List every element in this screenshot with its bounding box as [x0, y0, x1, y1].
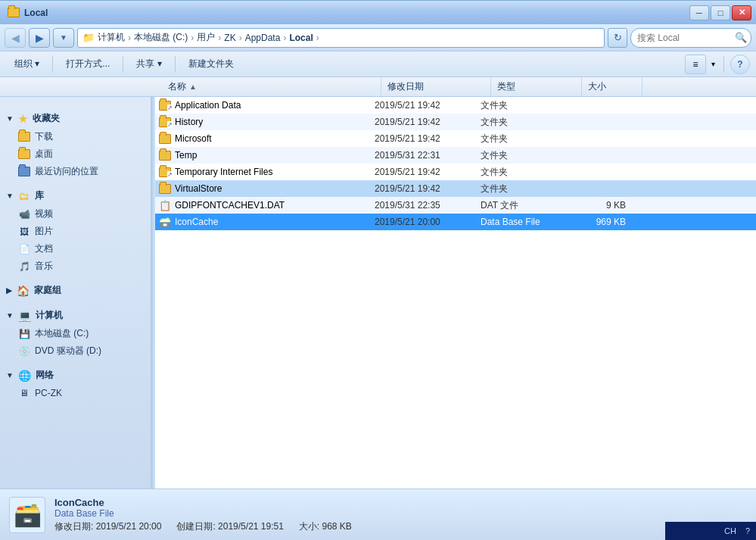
status-size: 大小: 968 KB [299, 520, 352, 533]
organize-button[interactable]: 组织 ▾ [6, 55, 48, 74]
col-header-name[interactable]: 名称 ▲ [162, 77, 381, 96]
search-input[interactable] [630, 28, 751, 48]
sidebar-item-label: 本地磁盘 (C:) [35, 327, 89, 340]
path-segment[interactable]: Local [289, 33, 313, 43]
file-name: Temp [175, 150, 197, 161]
path-sep: › [191, 33, 194, 43]
folder-icon [158, 132, 172, 145]
path-segment[interactable]: 用户 [197, 31, 215, 44]
sidebar-computer-header[interactable]: ▼ 💻 计算机 [0, 306, 151, 325]
sidebar-section-computer: ▼ 💻 计算机 💾 本地磁盘 (C:) 💿 DVD 驱动器 (D:) [0, 306, 151, 360]
sort-chevron-name: ▲ [189, 83, 197, 91]
sidebar-section-libraries: ▼ 🗂 库 📹 视频 🖼 图片 📄 文档 🎵 [0, 186, 151, 275]
sidebar-favorites-label: 收藏夹 [33, 112, 60, 125]
path-segment[interactable]: 计算机 [98, 31, 125, 44]
forward-button[interactable]: ▶ [29, 28, 50, 48]
folder-link-icon [158, 98, 172, 112]
share-button[interactable]: 共享 ▾ [128, 55, 170, 74]
sidebar-homegroup-label: 家庭组 [34, 284, 61, 297]
close-button[interactable]: ✕ [732, 5, 751, 20]
toolbar-sep [52, 56, 53, 73]
dvd-icon: 💿 [18, 345, 30, 357]
table-row[interactable]: History 2019/5/21 19:42 文件夹 [155, 114, 756, 130]
table-row[interactable]: 🗃️ IconCache 2019/5/21 20:00 Data Base F… [155, 214, 756, 230]
file-name-col: History [158, 115, 375, 129]
folder-link-icon [158, 115, 172, 129]
libraries-icon: 🗂 [18, 190, 30, 202]
sidebar-item-label: PC-ZK [35, 388, 62, 398]
folder-download-icon [18, 131, 30, 143]
chevron-down-icon: ▼ [6, 114, 14, 123]
address-path[interactable]: 📁 计算机 › 本地磁盘 (C:) › 用户 › ZK › AppData › … [77, 28, 605, 48]
sidebar-libraries-header[interactable]: ▼ 🗂 库 [0, 186, 151, 205]
view-button[interactable]: ≡ [685, 55, 706, 74]
sidebar-item-pc-zk[interactable]: 🖥 PC-ZK [0, 385, 151, 401]
tray-help: ? [742, 525, 753, 537]
recent-button[interactable]: ▼ [53, 28, 74, 48]
file-name-col: Temporary Internet Files [158, 165, 375, 179]
col-header-size[interactable]: 大小 [582, 77, 642, 96]
sidebar-item-pictures[interactable]: 🖼 图片 [0, 223, 151, 240]
col-header-date[interactable]: 修改日期 [381, 77, 491, 96]
file-name-col: Application Data [158, 98, 375, 112]
table-row[interactable]: Temporary Internet Files 2019/5/21 19:42… [155, 164, 756, 180]
sidebar-item-local-disk[interactable]: 💾 本地磁盘 (C:) [0, 325, 151, 342]
refresh-button[interactable]: ↻ [608, 28, 627, 48]
sidebar-item-video[interactable]: 📹 视频 [0, 205, 151, 223]
address-bar: ◀ ▶ ▼ 📁 计算机 › 本地磁盘 (C:) › 用户 › ZK › AppD… [0, 24, 756, 52]
status-meta: 修改日期: 2019/5/21 20:00 创建日期: 2019/5/21 19… [54, 520, 747, 533]
search-container: 🔍 [630, 28, 751, 48]
file-name: GDIPFONTCACHEV1.DAT [175, 200, 285, 211]
sidebar-item-music[interactable]: 🎵 音乐 [0, 258, 151, 275]
toolbar-sep [123, 56, 123, 73]
file-type: 文件夹 [481, 116, 571, 129]
sidebar-item-dvd[interactable]: 💿 DVD 驱动器 (D:) [0, 342, 151, 360]
sidebar-item-documents[interactable]: 📄 文档 [0, 240, 151, 258]
new-folder-button[interactable]: 新建文件夹 [180, 55, 242, 74]
sidebar-item-desktop[interactable]: 桌面 [0, 145, 151, 163]
open-mode-button[interactable]: 打开方式... [58, 55, 118, 74]
path-sep: › [283, 33, 286, 43]
sidebar-item-download[interactable]: 下载 [0, 128, 151, 145]
sidebar-computer-label: 计算机 [36, 309, 63, 322]
path-segment[interactable]: 本地磁盘 (C:) [134, 31, 188, 44]
toolbar: 组织 ▾ 打开方式... 共享 ▾ 新建文件夹 ≡ ▾ ? [0, 52, 756, 77]
maximize-button[interactable]: □ [711, 5, 730, 20]
table-row[interactable]: VirtualStore 2019/5/21 19:42 文件夹 [155, 180, 756, 197]
back-button[interactable]: ◀ [5, 28, 26, 48]
table-row[interactable]: Microsoft 2019/5/21 19:42 文件夹 [155, 130, 756, 147]
search-icon: 🔍 [735, 32, 747, 43]
sidebar-item-label: 视频 [35, 208, 53, 220]
path-segment[interactable]: ZK [224, 33, 235, 43]
file-type: 文件夹 [481, 149, 571, 162]
sidebar-network-label: 网络 [36, 369, 54, 382]
file-type: 文件夹 [481, 133, 571, 145]
folder-recent-icon [18, 166, 30, 178]
sidebar-libraries-label: 库 [35, 189, 44, 202]
file-list: Application Data 2019/5/21 19:42 文件夹 His… [155, 97, 756, 488]
chevron-down-icon: ▼ [6, 311, 14, 320]
minimize-button[interactable]: ─ [689, 5, 709, 20]
sidebar-favorites-header[interactable]: ▼ 收藏夹 [0, 109, 151, 128]
view-dropdown-button[interactable]: ▾ [709, 60, 717, 68]
path-segment[interactable]: AppData [245, 33, 281, 43]
drive-c-icon: 💾 [18, 328, 30, 340]
table-row[interactable]: 📋 GDIPFONTCACHEV1.DAT 2019/5/31 22:35 DA… [155, 197, 756, 214]
toolbar-sep [723, 56, 724, 73]
status-filename: IconCache [54, 497, 747, 508]
sidebar-homegroup-header[interactable]: ▶ 🏠 家庭组 [0, 281, 151, 300]
sidebar-network-header[interactable]: ▼ 🌐 网络 [0, 366, 151, 385]
main-area: ▼ 收藏夹 下载 桌面 [0, 97, 756, 488]
chevron-right-icon: ▶ [6, 286, 12, 295]
status-created: 创建日期: 2019/5/21 19:51 [176, 520, 283, 533]
help-button[interactable]: ? [730, 55, 750, 74]
col-header-type[interactable]: 类型 [491, 77, 582, 96]
table-row[interactable]: Application Data 2019/5/21 19:42 文件夹 [155, 97, 756, 114]
sidebar-item-label: DVD 驱动器 (D:) [35, 345, 101, 357]
library-pictures-icon: 🖼 [18, 226, 30, 238]
file-name-col: 📋 GDIPFONTCACHEV1.DAT [158, 198, 375, 212]
sidebar-item-recent[interactable]: 最近访问的位置 [0, 163, 151, 180]
table-row[interactable]: Temp 2019/5/31 22:31 文件夹 [155, 147, 756, 164]
file-type: 文件夹 [481, 166, 571, 179]
computer-icon: 💻 [18, 310, 31, 322]
